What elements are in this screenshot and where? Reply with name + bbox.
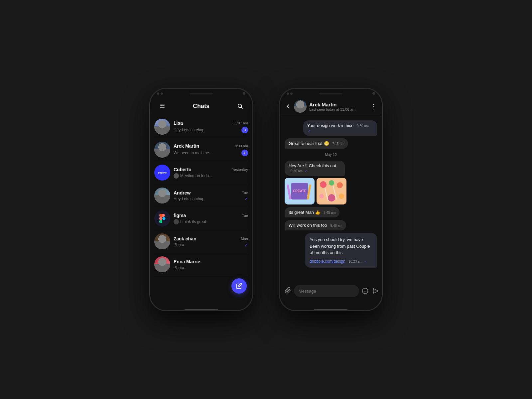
svg-point-13: [339, 194, 344, 199]
chat-item-cuberto[interactable]: cuberto Cuberto Yesterday Meeting on fri…: [154, 161, 248, 184]
chat-item-zack[interactable]: Zack chan Mon Photo ✓: [154, 230, 248, 253]
msg-text-3: Hey Are !! Check this out: [289, 163, 336, 168]
avatar-arek: [154, 142, 170, 158]
avatar-lisa: [154, 119, 170, 135]
chat-preview-zack: Photo: [174, 242, 184, 247]
message-3-group: Hey Are !! Check this out 9:30 am ✓: [285, 161, 360, 204]
msg-time-6: 10:23 am: [348, 260, 362, 263]
chat-screen: Arek Martin Last seen today at 11:06 am …: [280, 97, 382, 302]
status-dot-r2: [290, 92, 293, 95]
svg-text:CREATE: CREATE: [293, 189, 307, 193]
msg-link-6[interactable]: dribbble.com/design: [310, 259, 345, 264]
msg-text-6: Yes you should try, we have Been working…: [310, 236, 372, 256]
chat-preview-figma: I think its great: [174, 219, 206, 224]
message-input[interactable]: [294, 285, 359, 297]
chats-title: Chats: [168, 103, 235, 110]
chat-preview-cuberto: Meeting on frida...: [174, 173, 212, 179]
svg-point-10: [337, 182, 343, 188]
avatar-enna: [154, 256, 170, 272]
emoji-button[interactable]: [362, 288, 368, 294]
chat-info-arek: Arek Martin 9:30 am We need to mail the.…: [174, 143, 248, 156]
chat-info-enna: Enna Marrie Photo: [174, 259, 248, 270]
chats-header: ☰ Chats: [150, 97, 252, 115]
avatar-cuberto: cuberto: [154, 165, 170, 181]
attach-button[interactable]: [285, 287, 291, 295]
chat-time-figma: Tue: [242, 213, 248, 217]
camera-indicator: [243, 92, 245, 95]
chat-preview-arek: We need to mail the...: [174, 151, 212, 155]
msg-text-1: Your design work is nice: [307, 123, 354, 128]
svg-point-8: [320, 181, 327, 188]
chat-info-zack: Zack chan Mon Photo ✓: [174, 236, 248, 247]
msg-check-3: ✓: [305, 169, 307, 173]
status-bar-left: [157, 92, 163, 95]
chat-preview-andrew: Hey Lets catchup: [174, 197, 204, 201]
right-status-right: [372, 92, 375, 95]
chat-item-figma[interactable]: figma Tue I think its great: [154, 207, 248, 230]
left-notch-area: [150, 89, 252, 97]
check-andrew: ✓: [245, 197, 248, 201]
chat-list: Lisa 11:07 am Hey Lets catchup 3: [150, 115, 252, 302]
send-button[interactable]: [370, 286, 379, 296]
chat-item-lisa[interactable]: Lisa 11:07 am Hey Lets catchup 3: [154, 115, 248, 138]
svg-point-16: [362, 288, 368, 294]
svg-point-12: [328, 194, 335, 201]
chat-info-figma: figma Tue I think its great: [174, 213, 248, 224]
badge-arek: 1: [241, 150, 248, 156]
chat-name-arek: Arek Martin: [174, 143, 199, 149]
message-3-images: CREATE: [285, 178, 360, 204]
message-6: Yes you should try, we have Been working…: [305, 233, 377, 268]
avatar-figma: [154, 210, 170, 226]
menu-icon[interactable]: ☰: [157, 101, 168, 111]
status-bar-right: [243, 92, 245, 95]
chat-info-andrew: Andrew Tue Hey Lets catchup ✓: [174, 190, 248, 201]
svg-line-1: [241, 107, 242, 108]
chats-phone: ☰ Chats Lisa: [150, 88, 253, 311]
chat-time-zack: Mon: [241, 237, 248, 241]
check-zack: ✓: [245, 242, 248, 247]
msg-check-1: ✓: [308, 129, 311, 133]
chat-item-arek[interactable]: Arek Martin 9:30 am We need to mail the.…: [154, 138, 248, 161]
header-avatar: [294, 100, 307, 113]
image-2: [317, 178, 346, 204]
chat-time-arek: 9:30 am: [235, 144, 248, 148]
chat-name-lisa: Lisa: [174, 120, 183, 126]
message-1: Your design work is nice 9:30 am ✓: [303, 120, 377, 136]
header-name: Arek Martin: [309, 102, 368, 107]
notch-pill: [190, 93, 213, 94]
chat-preview-enna: Photo: [174, 265, 184, 270]
chat-name-andrew: Andrew: [174, 190, 191, 196]
status-dot-1: [157, 92, 159, 95]
svg-point-0: [238, 104, 242, 108]
chat-time-cuberto: Yesterday: [232, 168, 248, 172]
compose-fab[interactable]: [231, 278, 247, 294]
msg-time-1: 9:30 am: [357, 124, 369, 128]
chat-name-enna: Enna Marrie: [174, 259, 200, 264]
msg-check-6: ✓: [364, 260, 367, 263]
chat-phone: Arek Martin Last seen today at 11:06 am …: [279, 88, 382, 311]
header-status: Last seen today at 11:06 am: [309, 107, 368, 111]
left-bottom-bar: [150, 302, 252, 311]
search-icon[interactable]: [235, 101, 245, 111]
messages-area: Your design work is nice 9:30 am ✓ Great…: [280, 116, 382, 282]
chat-name-zack: Zack chan: [174, 236, 196, 241]
msg-time-2: 7:15 am: [332, 142, 344, 146]
svg-point-11: [319, 194, 324, 199]
chat-header: Arek Martin Last seen today at 11:06 am …: [280, 97, 382, 116]
avatar-zack: [154, 233, 170, 249]
chat-name-cuberto: Cuberto: [174, 167, 192, 172]
chat-preview-lisa: Hey Lets catchup: [174, 128, 204, 132]
chat-time-andrew: Tue: [242, 191, 248, 195]
chat-time-lisa: 11:07 am: [233, 121, 248, 125]
svg-point-9: [329, 180, 334, 186]
chat-item-enna[interactable]: Enna Marrie Photo: [154, 253, 248, 276]
more-options-button[interactable]: ⋮: [370, 102, 377, 110]
chat-info-lisa: Lisa 11:07 am Hey Lets catchup 3: [174, 120, 248, 133]
chat-item-andrew[interactable]: Andrew Tue Hey Lets catchup ✓: [154, 184, 248, 207]
message-2: Great to hear that 😬 7:15 am: [285, 138, 348, 149]
message-4: Its great Man 👍 9:45 am: [285, 207, 339, 217]
msg-text-5: Will work on this too: [289, 223, 327, 228]
msg-text-4: Its great Man 👍: [289, 210, 320, 215]
back-button[interactable]: [285, 103, 291, 110]
phones-container: ☰ Chats Lisa: [150, 88, 382, 311]
